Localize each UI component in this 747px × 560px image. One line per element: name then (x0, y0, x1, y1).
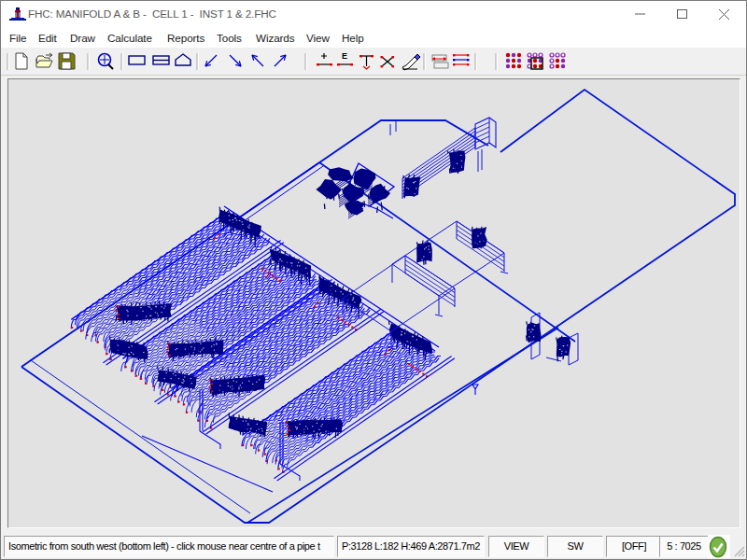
svg-text:E: E (342, 51, 347, 61)
